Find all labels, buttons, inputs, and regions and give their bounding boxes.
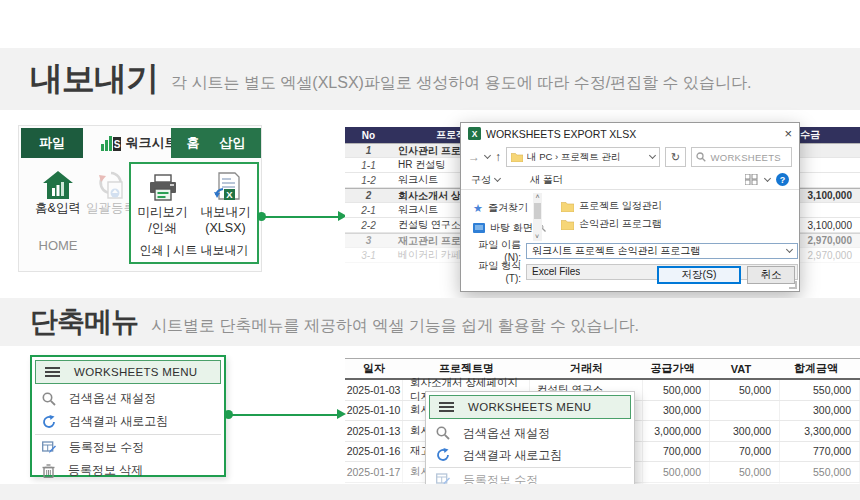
menu-item-refresh-results[interactable]: 검색결과 새로고침 [32, 410, 224, 433]
excel-export-icon: X [197, 170, 255, 202]
search-icon [436, 426, 450, 440]
export-xlsx-button[interactable]: X 내보내기 (XLSX) [197, 170, 255, 240]
worksheets-menu: WORKSHEETS MENU 검색옵션 재설정 검색결과 새로고침 등록정보 … [30, 355, 226, 477]
star-icon: ★ [473, 202, 483, 215]
address-path: 내 PC › 프로젝트 관리 [527, 151, 620, 164]
forward-arrow-icon[interactable]: → [468, 150, 480, 164]
home-icon [27, 166, 89, 200]
col-no: No [345, 130, 392, 141]
view-chevron-icon[interactable] [764, 174, 771, 181]
dialog-titlebar[interactable]: X WORKSHEETS EXPORT XLSX × [461, 123, 799, 144]
search-icon [696, 152, 706, 162]
ribbon-panel: 파일 S 워크시트 홈 삽입 홈&입력 일괄등록 HOME [18, 125, 262, 272]
export-section-header: 내보내기 각 시트는 별도 엑셀(XLSX)파일로 생성하여 용도에 따라 수정… [0, 48, 860, 110]
up-arrow-icon[interactable]: ↑ [495, 150, 501, 164]
sidebar-scrollbar[interactable]: ˄˅ [533, 193, 542, 241]
menu-subtitle: 시트별로 단축메뉴를 제공하여 엑셀 기능을 쉽게 활용할 수 있습니다. [151, 316, 639, 337]
worksheets-menu-header[interactable]: WORKSHEETS MENU [429, 395, 631, 419]
excel-app-icon: X [468, 127, 481, 140]
trash-icon [42, 464, 55, 478]
menu-heading: 단축메뉴 [30, 303, 138, 341]
search-icon [42, 392, 56, 406]
menu-separator [429, 467, 631, 468]
refresh-button[interactable]: ↻ [665, 147, 687, 167]
export-heading: 내보내기 [30, 57, 158, 102]
history-chevron-icon[interactable] [484, 152, 491, 159]
connector2-line [230, 414, 338, 416]
search-placeholder: WORKSHEETS [710, 152, 781, 163]
folder-icon [511, 152, 523, 162]
worksheet-logo-icon: S [101, 135, 121, 151]
printer-icon [134, 170, 192, 202]
help-icon[interactable]: ? [776, 173, 789, 186]
folder-icon [561, 219, 574, 230]
export-group-highlight: 미리보기 /인쇄 X 내보내기 (XLSX) 인쇄 | 시트 내보내기 [129, 162, 259, 264]
hamburger-icon [45, 367, 60, 378]
edit-icon [42, 441, 56, 455]
connector1-line [263, 216, 339, 218]
svg-text:X: X [472, 129, 478, 139]
save-button[interactable]: 저장(S) [657, 266, 741, 284]
home-input-button[interactable]: 홈&입력 [27, 166, 89, 217]
export-subtitle: 각 시트는 별도 엑셀(XLSX)파일로 생성하여 용도에 따라 수정/편집할 … [171, 73, 751, 94]
menu-item-search-reset[interactable]: 검색옵션 재설정 [32, 387, 224, 410]
home-group-caption: HOME [27, 238, 89, 253]
view-options-icon[interactable] [745, 174, 759, 185]
menu-section-header: 단축메뉴 시트별로 단축메뉴를 제공하여 엑셀 기능을 쉽게 활용할 수 있습니… [0, 298, 860, 346]
file-name-input[interactable]: 워크시트 프로젝트 손익관리 프로그램 [526, 243, 798, 259]
folder-icon [561, 201, 574, 212]
address-chevron-icon[interactable] [649, 152, 656, 159]
preview-print-button[interactable]: 미리보기 /인쇄 [134, 170, 192, 240]
organize-chevron-icon [494, 174, 501, 181]
menu-item-search-reset[interactable]: 검색옵션 재설정 [426, 422, 634, 444]
bottom-band [0, 484, 860, 500]
desktop-icon [473, 223, 485, 233]
tab-home[interactable]: 홈 [187, 134, 200, 152]
folder-item[interactable]: 프로젝트 일정관리 [561, 199, 662, 213]
hamburger-icon [439, 402, 454, 413]
export-dialog: X WORKSHEETS EXPORT XLSX × → ↑ 내 PC › 프로… [460, 122, 800, 292]
sidebar-item-favorites[interactable]: ★ 즐겨찾기 [473, 201, 528, 215]
menu-item-delete-record[interactable]: 등록정보 삭제 [32, 459, 224, 482]
menu-item-edit-record[interactable]: 등록정보 수정 [32, 436, 224, 459]
organize-menu[interactable]: 구성 [471, 173, 491, 187]
tab-group-home-insert: 홈 삽입 [171, 128, 261, 158]
cancel-button[interactable]: 취소 [747, 266, 795, 284]
tab-insert[interactable]: 삽입 [220, 134, 246, 152]
close-icon[interactable]: × [784, 126, 792, 141]
svg-text:X: X [226, 189, 233, 200]
worksheets-menu-header[interactable]: WORKSHEETS MENU [35, 360, 221, 384]
menu-separator [35, 434, 221, 435]
svg-text:S: S [113, 139, 120, 150]
file-name-chevron-icon[interactable] [786, 245, 793, 252]
address-bar[interactable]: 내 PC › 프로젝트 관리 [506, 147, 660, 167]
dialog-navbar: → ↑ 내 PC › 프로젝트 관리 ↻ WORKSHEETS [461, 144, 799, 170]
dialog-toolbar: 구성 새 폴더 ? [461, 170, 799, 190]
refresh-icon: ↻ [671, 151, 680, 164]
new-folder-button[interactable]: 새 폴더 [530, 173, 563, 187]
tab-file[interactable]: 파일 [21, 128, 83, 158]
refresh-icon [42, 415, 56, 429]
export-group-caption: 인쇄 | 시트 내보내기 [131, 242, 257, 262]
refresh-icon [436, 448, 450, 462]
folder-item[interactable]: 손익관리 프로그램 [561, 217, 662, 231]
file-type-label: 파일 형식(T): [469, 259, 521, 284]
search-input[interactable]: WORKSHEETS [691, 147, 792, 167]
dialog-title: WORKSHEETS EXPORT XLSX [486, 128, 636, 140]
menu-item-refresh-results[interactable]: 검색결과 새로고침 [426, 444, 634, 466]
page: 내보내기 각 시트는 별도 엑셀(XLSX)파일로 생성하여 용도에 따라 수정… [0, 0, 860, 500]
resize-grip[interactable] [789, 281, 797, 289]
